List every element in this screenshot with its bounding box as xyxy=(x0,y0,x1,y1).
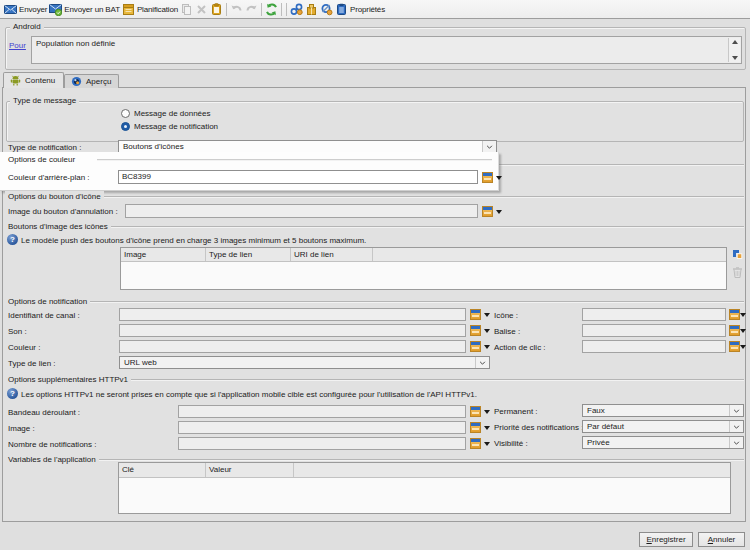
personalization-field-icon[interactable] xyxy=(470,309,481,320)
column-valeur[interactable]: Valeur xyxy=(206,463,294,477)
personalization-field-icon[interactable] xyxy=(729,309,740,320)
toolbar-separator xyxy=(281,3,282,16)
population-scrollbar[interactable] xyxy=(728,38,740,62)
personalization-field-icon[interactable] xyxy=(729,325,740,336)
personalization-dropdown-icon[interactable] xyxy=(484,313,490,317)
nombre-notifications-label: Nombre de notifications : xyxy=(8,439,97,450)
tab-apercu-label: Aperçu xyxy=(86,77,111,86)
bandeau-deroulant-input[interactable] xyxy=(178,405,466,418)
personalization-field-icon[interactable] xyxy=(482,206,493,217)
radio-message-donnees-label[interactable]: Message de données xyxy=(134,108,211,119)
paste-button[interactable] xyxy=(209,2,224,17)
couleur-input[interactable] xyxy=(119,340,466,353)
app-variables-table[interactable]: Clé Valeur xyxy=(118,462,731,514)
personalization-dropdown-icon[interactable] xyxy=(484,426,490,430)
nombre-notifications-input[interactable] xyxy=(178,437,466,450)
target-population-link[interactable]: Pour xyxy=(9,40,26,51)
personalization-dropdown-icon[interactable] xyxy=(740,313,746,317)
calendar-icon xyxy=(122,3,135,16)
push-notification-dialog: Envoyer Envoyer un BAT Planification xyxy=(0,0,750,550)
resource-button[interactable] xyxy=(304,2,319,17)
android-groupbox-title: Android xyxy=(10,21,44,32)
copy-button[interactable] xyxy=(179,2,194,17)
column-image[interactable]: Image xyxy=(121,248,206,261)
priorite-select[interactable]: Par défaut xyxy=(582,420,744,433)
type-de-lien-chevron[interactable] xyxy=(475,357,489,368)
column-cle[interactable]: Clé xyxy=(119,463,206,477)
save-button[interactable]: Enregistrer xyxy=(639,532,693,547)
redo-button[interactable] xyxy=(244,2,259,17)
icon-image-buttons-table[interactable]: Image Type de lien URI de lien xyxy=(120,247,727,290)
balise-label: Balise : xyxy=(494,326,520,337)
properties-button[interactable]: Propriétés xyxy=(334,2,386,17)
color-options-line-right xyxy=(498,164,744,165)
cancel-button[interactable]: Annuler xyxy=(698,532,745,547)
cancel-button-image-input[interactable] xyxy=(125,204,478,218)
visibilite-select[interactable]: Privée xyxy=(582,436,744,449)
personalization-field-icon[interactable] xyxy=(482,172,493,183)
scroll-up-icon[interactable] xyxy=(732,40,738,44)
delete-button[interactable] xyxy=(194,2,209,17)
schedule-button[interactable]: Planification xyxy=(121,2,179,17)
add-image-button[interactable] xyxy=(731,248,744,261)
priorite-chevron[interactable] xyxy=(729,421,743,432)
personalization-field-icon[interactable] xyxy=(470,406,481,417)
clipboard-icon xyxy=(210,3,223,16)
column-filler xyxy=(373,248,726,261)
message-type-title: Type de message xyxy=(10,95,79,106)
toolbar-separator xyxy=(261,3,262,16)
channel-id-input[interactable] xyxy=(119,308,466,321)
population-field[interactable]: Population non définie xyxy=(31,36,742,64)
personalization-dropdown-icon[interactable] xyxy=(496,176,502,180)
tab-contenu-label: Contenu xyxy=(25,76,55,85)
background-color-input[interactable]: BC8399 xyxy=(118,170,478,184)
send-button-label: Envoyer xyxy=(19,5,47,14)
refresh-button[interactable] xyxy=(264,2,279,17)
scroll-down-icon[interactable] xyxy=(732,56,738,60)
column-uri-de-lien[interactable]: URI de lien xyxy=(291,248,373,261)
personalization-field-icon[interactable] xyxy=(470,341,481,352)
info-icon: ? xyxy=(7,234,18,245)
personalization-field-icon[interactable] xyxy=(470,422,481,433)
column-type-de-lien[interactable]: Type de lien xyxy=(206,248,291,261)
personalization-field-icon[interactable] xyxy=(729,341,740,352)
visibilite-chevron[interactable] xyxy=(729,437,743,448)
icon-button-options-line xyxy=(5,196,744,197)
personalization-dropdown-icon[interactable] xyxy=(484,442,490,446)
notification-type-chevron[interactable] xyxy=(482,141,496,152)
color-options-line xyxy=(97,159,492,160)
delete-image-button[interactable] xyxy=(731,266,744,279)
personalization-dropdown-icon[interactable] xyxy=(496,210,502,214)
toolbar: Envoyer Envoyer un BAT Planification xyxy=(0,0,750,19)
personalization-dropdown-icon[interactable] xyxy=(740,329,746,333)
permanent-chevron[interactable] xyxy=(729,405,743,416)
unlink-content-button[interactable] xyxy=(319,2,334,17)
personalization-field-icon[interactable] xyxy=(470,325,481,336)
link-content-button[interactable] xyxy=(289,2,304,17)
tab-apercu[interactable]: Aperçu xyxy=(64,74,119,88)
personalization-dropdown-icon[interactable] xyxy=(740,345,746,349)
tab-contenu[interactable]: Contenu xyxy=(3,72,64,88)
permanent-select[interactable]: Faux xyxy=(582,404,744,417)
table-header-row: Clé Valeur xyxy=(119,463,730,478)
personalization-field-icon[interactable] xyxy=(470,438,481,449)
icone-input[interactable] xyxy=(582,308,726,321)
personalization-dropdown-icon[interactable] xyxy=(484,345,490,349)
notification-options-line xyxy=(5,301,744,302)
balise-input[interactable] xyxy=(582,324,726,337)
image-input[interactable] xyxy=(178,421,466,434)
action-de-clic-input[interactable] xyxy=(582,340,726,353)
undo-button[interactable] xyxy=(229,2,244,17)
radio-message-donnees[interactable] xyxy=(121,109,130,118)
radio-message-notification-label[interactable]: Message de notification xyxy=(134,121,218,132)
radio-message-notification[interactable] xyxy=(121,122,130,131)
personalization-dropdown-icon[interactable] xyxy=(484,329,490,333)
eye-icon xyxy=(71,76,82,87)
type-de-lien-select[interactable]: URL web xyxy=(119,356,490,369)
info-icon: ? xyxy=(7,388,18,399)
send-button[interactable]: Envoyer xyxy=(3,2,48,17)
send-proof-button[interactable]: Envoyer un BAT xyxy=(48,2,121,17)
send-proof-button-label: Envoyer un BAT xyxy=(64,5,120,14)
son-input[interactable] xyxy=(119,324,466,337)
personalization-dropdown-icon[interactable] xyxy=(484,410,490,414)
